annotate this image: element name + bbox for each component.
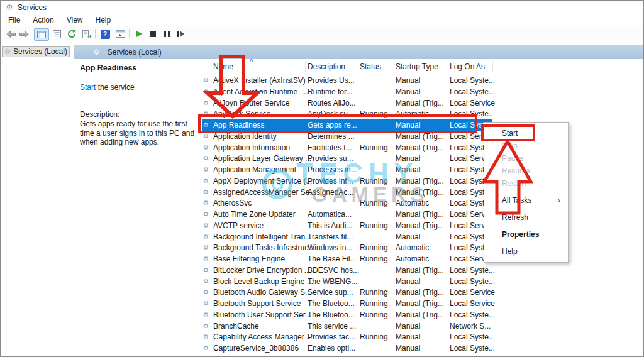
console-tree-panel: ⚙ Services (Local) [1, 41, 74, 357]
panel-header-title: Services (Local) [108, 48, 162, 57]
service-row[interactable]: ⚙Bluetooth Support ServiceThe Bluetoo...… [202, 298, 492, 309]
show-console-tree-icon[interactable] [34, 28, 49, 41]
context-menu-item-restart: Restart [484, 177, 568, 190]
column-divider[interactable] [543, 61, 543, 72]
service-row[interactable]: ⚙ActiveX Installer (AxInstSV)Provides Us… [202, 75, 492, 86]
service-name: Application Information [213, 142, 290, 153]
service-row[interactable]: ⚙Cellular Ti...This servi...Manual (Trig… [202, 354, 492, 357]
gear-icon: ⚙ [93, 48, 100, 57]
service-startup-type: Manual (Trig... [396, 209, 444, 220]
refresh-icon[interactable] [65, 28, 79, 40]
service-action-line: Start the service [80, 83, 135, 92]
pause-service-icon[interactable] [160, 28, 174, 40]
service-startup-type: Manual [396, 119, 420, 131]
service-row[interactable]: ⚙AssignedAccessManager Se...AssignedAc..… [202, 187, 492, 198]
column-divider[interactable] [357, 61, 357, 72]
service-name: CaptureService_3b88386 [213, 343, 299, 354]
context-menu-item-properties[interactable]: Properties [484, 228, 568, 241]
forward-arrow-icon[interactable] [17, 28, 31, 40]
service-row[interactable]: ⚙Capability Access Manager ...Provides f… [202, 331, 492, 343]
column-divider[interactable] [305, 61, 306, 72]
service-row[interactable]: ⚙App ReadinessGets apps re...ManualLocal… [202, 119, 492, 131]
help-icon[interactable]: ? [98, 28, 112, 40]
service-name: Bluetooth User Support Ser... [213, 309, 311, 321]
menu-item-label: Pause [502, 154, 523, 163]
gear-icon: ⚙ [203, 119, 209, 131]
service-row[interactable]: ⚙AVCTP serviceThis is Audi...RunningManu… [202, 220, 492, 231]
service-name: AnyDesk Service [213, 108, 270, 119]
service-row[interactable]: ⚙Application ManagementProcesses in...Ma… [202, 164, 492, 175]
menu-file[interactable]: File [2, 14, 26, 26]
service-row[interactable]: ⚙CaptureService_3b88386Enables opti...Ma… [202, 343, 492, 354]
service-row[interactable]: ⚙Base Filtering EngineThe Base Fil...Run… [202, 253, 492, 265]
service-row[interactable]: ⚙Bluetooth Audio Gateway S...Service sup… [202, 287, 492, 298]
column-header-description[interactable]: Description [308, 62, 345, 71]
service-logon-as: Local Syste... [450, 276, 495, 287]
context-menu-item-pause: Pause [484, 152, 568, 165]
menu-help[interactable]: Help [89, 14, 118, 26]
service-row[interactable]: ⚙AppX Deployment Service (...Provides in… [202, 175, 492, 187]
tree-item-services-local[interactable]: ⚙ Services (Local) [2, 46, 70, 57]
service-logon-as: Local Syst [450, 187, 484, 198]
column-header-status[interactable]: Status [360, 62, 381, 71]
menu-view[interactable]: View [60, 14, 89, 26]
export-list-icon[interactable] [80, 28, 94, 40]
column-divider[interactable] [492, 61, 493, 72]
service-row[interactable]: ⚙Background Tasks Infrastruc...Windows i… [202, 242, 492, 253]
show-extended-view-icon[interactable] [113, 28, 127, 40]
back-arrow-icon[interactable] [4, 28, 18, 40]
service-startup-type: Manual (Trig... [396, 354, 444, 357]
menu-item-label: Restart [502, 179, 526, 188]
service-logon-as: Local Syst [450, 175, 484, 187]
service-name: Background Intelligent Tran... [213, 231, 311, 243]
service-description: Routes AllJo... [308, 97, 356, 109]
service-row[interactable]: ⚙Agent Activation Runtime_...Runtime for… [202, 86, 492, 97]
service-row[interactable]: ⚙AnyDesk ServiceAnyDesk su...RunningAuto… [202, 108, 492, 119]
service-logon-as: Local Service [450, 97, 495, 109]
context-menu-item-resume: Resume [484, 165, 568, 177]
context-menu-item-refresh[interactable]: Refresh [484, 211, 568, 224]
service-name: BitLocker Drive Encryption ... [213, 265, 311, 276]
column-header-log-on-as[interactable]: Log On As [450, 62, 485, 71]
service-row[interactable]: ⚙Auto Time Zone UpdaterAutomatica...Manu… [202, 209, 492, 220]
service-logon-as: Local Service [450, 298, 495, 309]
service-row[interactable]: ⚙Application Layer Gateway ...Provides s… [202, 153, 492, 164]
column-divider[interactable] [445, 61, 445, 72]
context-menu-item-all-tasks[interactable]: All Tasks› [484, 194, 568, 207]
list-column-headers: ^ NameDescriptionStatusStartup TypeLog O… [202, 60, 557, 74]
service-row[interactable]: ⚙Background Intelligent Tran...Transfers… [202, 231, 492, 243]
service-description: The WBENG... [308, 276, 357, 287]
context-menu-item-help[interactable]: Help [484, 245, 568, 258]
service-logon-as: Local Syst [450, 231, 484, 243]
start-service-link[interactable]: Start [80, 83, 96, 92]
gear-icon: ⚙ [203, 321, 209, 332]
column-header-name[interactable]: Name [213, 62, 233, 71]
service-row[interactable]: ⚙AllJoyn Router ServiceRoutes AllJo...Ma… [202, 97, 492, 109]
service-row[interactable]: ⚙AtherosSvcRunningAutomaticLocal Syst [202, 197, 492, 209]
menu-item-label: All Tasks [502, 196, 531, 205]
column-divider[interactable] [392, 61, 392, 72]
restart-service-icon[interactable] [174, 28, 187, 40]
service-row[interactable]: ⚙BitLocker Drive Encryption ...BDESVC ho… [202, 265, 492, 276]
service-row[interactable]: ⚙Application IdentityDetermines ...Manua… [202, 131, 492, 142]
service-status: Running [360, 242, 388, 253]
service-description: The Bluetoo... [308, 309, 355, 321]
service-description: Provides inf... [308, 175, 353, 187]
context-menu-item-start[interactable]: Start [484, 127, 568, 140]
stop-service-icon[interactable] [146, 28, 160, 40]
service-row[interactable]: ⚙Application InformationFacilitates t...… [202, 142, 492, 153]
service-name: AppX Deployment Service (... [213, 175, 312, 187]
service-row[interactable]: ⚙Bluetooth User Support Ser...The Blueto… [202, 309, 492, 321]
gear-icon: ⚙ [203, 187, 209, 198]
service-logon-as: Local Syste... [450, 331, 495, 343]
service-row[interactable]: ⚙Block Level Backup Engine ...The WBENG.… [202, 276, 492, 287]
service-name: Application Identity [213, 131, 277, 142]
properties-icon[interactable] [50, 28, 64, 40]
service-logon-as: Local Syste... [450, 75, 495, 86]
service-row[interactable]: ⚙BranchCacheThis service ...ManualNetwor… [202, 321, 492, 332]
menu-action[interactable]: Action [26, 14, 60, 26]
start-service-icon[interactable] [132, 28, 146, 40]
gear-icon: ⚙ [203, 331, 209, 343]
service-logon-as: Local Serv [450, 153, 486, 164]
column-header-startup-type[interactable]: Startup Type [396, 62, 438, 71]
